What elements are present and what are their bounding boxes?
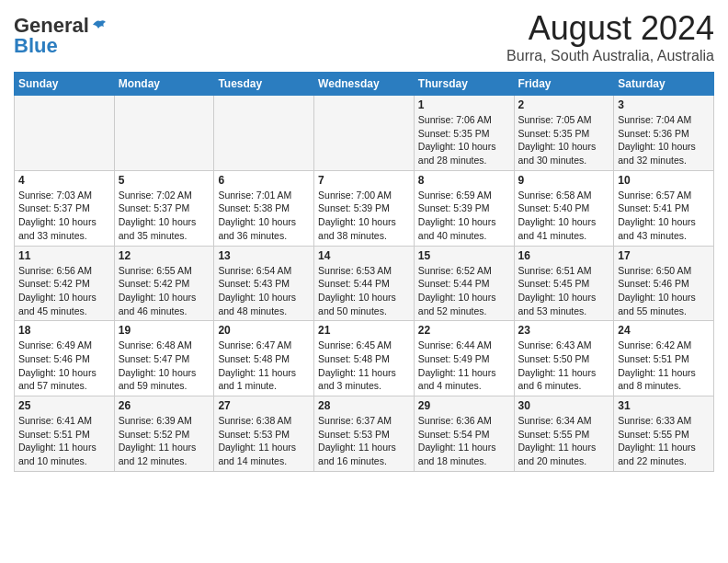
weekday-header: Monday bbox=[114, 73, 214, 96]
day-number: 17 bbox=[618, 249, 710, 262]
calendar-cell: 6Sunrise: 7:01 AMSunset: 5:38 PMDaylight… bbox=[214, 170, 314, 246]
calendar-cell: 7Sunrise: 7:00 AMSunset: 5:39 PMDaylight… bbox=[314, 170, 415, 246]
calendar-week-row: 1Sunrise: 7:06 AMSunset: 5:35 PMDaylight… bbox=[15, 96, 714, 171]
day-info: Sunrise: 6:50 AMSunset: 5:46 PMDaylight:… bbox=[618, 264, 710, 318]
logo: General Blue bbox=[14, 14, 108, 58]
calendar-cell: 22Sunrise: 6:44 AMSunset: 5:49 PMDayligh… bbox=[414, 321, 514, 396]
calendar-cell: 17Sunrise: 6:50 AMSunset: 5:46 PMDayligh… bbox=[614, 246, 714, 321]
day-info: Sunrise: 6:36 AMSunset: 5:54 PMDaylight:… bbox=[418, 414, 510, 468]
day-number: 13 bbox=[218, 249, 310, 262]
title-block: August 2024 Burra, South Australia, Aust… bbox=[506, 9, 714, 64]
day-number: 18 bbox=[18, 324, 110, 337]
day-info: Sunrise: 6:57 AMSunset: 5:41 PMDaylight:… bbox=[618, 189, 710, 243]
day-number: 12 bbox=[119, 249, 210, 262]
calendar-cell bbox=[314, 96, 415, 171]
calendar-cell: 27Sunrise: 6:38 AMSunset: 5:53 PMDayligh… bbox=[214, 396, 314, 472]
calendar-cell: 21Sunrise: 6:45 AMSunset: 5:48 PMDayligh… bbox=[314, 321, 415, 396]
day-info: Sunrise: 7:04 AMSunset: 5:36 PMDaylight:… bbox=[618, 113, 710, 167]
day-number: 10 bbox=[618, 174, 710, 187]
weekday-header: Thursday bbox=[414, 73, 514, 96]
day-info: Sunrise: 7:03 AMSunset: 5:37 PMDaylight:… bbox=[18, 189, 110, 243]
day-info: Sunrise: 6:54 AMSunset: 5:43 PMDaylight:… bbox=[218, 264, 310, 318]
day-info: Sunrise: 6:34 AMSunset: 5:55 PMDaylight:… bbox=[518, 414, 610, 468]
calendar-cell: 3Sunrise: 7:04 AMSunset: 5:36 PMDaylight… bbox=[614, 96, 714, 171]
day-number: 9 bbox=[518, 174, 610, 187]
calendar-cell bbox=[214, 96, 314, 171]
weekday-header: Tuesday bbox=[214, 73, 314, 96]
day-number: 19 bbox=[119, 324, 210, 337]
day-number: 2 bbox=[518, 98, 610, 111]
day-number: 30 bbox=[518, 399, 610, 412]
day-number: 4 bbox=[18, 174, 110, 187]
calendar-cell: 23Sunrise: 6:43 AMSunset: 5:50 PMDayligh… bbox=[514, 321, 614, 396]
calendar-cell: 5Sunrise: 7:02 AMSunset: 5:37 PMDaylight… bbox=[114, 170, 214, 246]
day-info: Sunrise: 7:05 AMSunset: 5:35 PMDaylight:… bbox=[518, 113, 610, 167]
calendar-cell: 31Sunrise: 6:33 AMSunset: 5:55 PMDayligh… bbox=[614, 396, 714, 472]
day-info: Sunrise: 6:59 AMSunset: 5:39 PMDaylight:… bbox=[418, 189, 510, 243]
day-number: 24 bbox=[618, 324, 710, 337]
day-number: 7 bbox=[318, 174, 410, 187]
calendar-week-row: 18Sunrise: 6:49 AMSunset: 5:46 PMDayligh… bbox=[15, 321, 714, 396]
calendar-cell bbox=[114, 96, 214, 171]
calendar-week-row: 11Sunrise: 6:56 AMSunset: 5:42 PMDayligh… bbox=[15, 246, 714, 321]
day-info: Sunrise: 6:51 AMSunset: 5:45 PMDaylight:… bbox=[518, 264, 610, 318]
calendar-title: August 2024 bbox=[506, 9, 714, 48]
weekday-row: SundayMondayTuesdayWednesdayThursdayFrid… bbox=[15, 73, 714, 96]
calendar-cell: 12Sunrise: 6:55 AMSunset: 5:42 PMDayligh… bbox=[114, 246, 214, 321]
day-info: Sunrise: 7:02 AMSunset: 5:37 PMDaylight:… bbox=[119, 189, 210, 243]
calendar-cell: 2Sunrise: 7:05 AMSunset: 5:35 PMDaylight… bbox=[514, 96, 614, 171]
day-info: Sunrise: 6:37 AMSunset: 5:53 PMDaylight:… bbox=[318, 414, 410, 468]
calendar-week-row: 4Sunrise: 7:03 AMSunset: 5:37 PMDaylight… bbox=[15, 170, 714, 246]
day-number: 15 bbox=[418, 249, 510, 262]
calendar-cell: 16Sunrise: 6:51 AMSunset: 5:45 PMDayligh… bbox=[514, 246, 614, 321]
calendar-cell: 4Sunrise: 7:03 AMSunset: 5:37 PMDaylight… bbox=[15, 170, 115, 246]
calendar-cell: 25Sunrise: 6:41 AMSunset: 5:51 PMDayligh… bbox=[15, 396, 115, 472]
calendar-cell: 1Sunrise: 7:06 AMSunset: 5:35 PMDaylight… bbox=[414, 96, 514, 171]
day-number: 11 bbox=[18, 249, 110, 262]
day-info: Sunrise: 6:45 AMSunset: 5:48 PMDaylight:… bbox=[318, 339, 410, 393]
day-number: 25 bbox=[18, 399, 110, 412]
day-number: 21 bbox=[318, 324, 410, 337]
day-info: Sunrise: 6:52 AMSunset: 5:44 PMDaylight:… bbox=[418, 264, 510, 318]
day-info: Sunrise: 6:49 AMSunset: 5:46 PMDaylight:… bbox=[18, 339, 110, 393]
day-info: Sunrise: 6:41 AMSunset: 5:51 PMDaylight:… bbox=[18, 414, 110, 468]
calendar-cell: 11Sunrise: 6:56 AMSunset: 5:42 PMDayligh… bbox=[15, 246, 115, 321]
calendar-body: 1Sunrise: 7:06 AMSunset: 5:35 PMDaylight… bbox=[15, 96, 714, 472]
page-header: General Blue August 2024 Burra, South Au… bbox=[14, 9, 714, 64]
calendar-cell: 20Sunrise: 6:47 AMSunset: 5:48 PMDayligh… bbox=[214, 321, 314, 396]
day-info: Sunrise: 6:33 AMSunset: 5:55 PMDaylight:… bbox=[618, 414, 710, 468]
day-info: Sunrise: 6:39 AMSunset: 5:52 PMDaylight:… bbox=[119, 414, 210, 468]
day-number: 27 bbox=[218, 399, 310, 412]
weekday-header: Wednesday bbox=[314, 73, 415, 96]
day-info: Sunrise: 6:42 AMSunset: 5:51 PMDaylight:… bbox=[618, 339, 710, 393]
calendar-cell: 9Sunrise: 6:58 AMSunset: 5:40 PMDaylight… bbox=[514, 170, 614, 246]
day-number: 3 bbox=[618, 98, 710, 111]
calendar-cell: 18Sunrise: 6:49 AMSunset: 5:46 PMDayligh… bbox=[15, 321, 115, 396]
day-info: Sunrise: 7:06 AMSunset: 5:35 PMDaylight:… bbox=[418, 113, 510, 167]
calendar-cell: 15Sunrise: 6:52 AMSunset: 5:44 PMDayligh… bbox=[414, 246, 514, 321]
calendar-cell bbox=[15, 96, 115, 171]
day-info: Sunrise: 7:00 AMSunset: 5:39 PMDaylight:… bbox=[318, 189, 410, 243]
calendar-cell: 30Sunrise: 6:34 AMSunset: 5:55 PMDayligh… bbox=[514, 396, 614, 472]
day-info: Sunrise: 6:44 AMSunset: 5:49 PMDaylight:… bbox=[418, 339, 510, 393]
calendar-cell: 26Sunrise: 6:39 AMSunset: 5:52 PMDayligh… bbox=[114, 396, 214, 472]
calendar-cell: 24Sunrise: 6:42 AMSunset: 5:51 PMDayligh… bbox=[614, 321, 714, 396]
logo-blue-text: Blue bbox=[14, 34, 58, 58]
calendar-cell: 10Sunrise: 6:57 AMSunset: 5:41 PMDayligh… bbox=[614, 170, 714, 246]
calendar-header: SundayMondayTuesdayWednesdayThursdayFrid… bbox=[15, 73, 714, 96]
calendar-subtitle: Burra, South Australia, Australia bbox=[506, 48, 714, 64]
day-info: Sunrise: 6:56 AMSunset: 5:42 PMDaylight:… bbox=[18, 264, 110, 318]
day-number: 22 bbox=[418, 324, 510, 337]
calendar-week-row: 25Sunrise: 6:41 AMSunset: 5:51 PMDayligh… bbox=[15, 396, 714, 472]
calendar-cell: 29Sunrise: 6:36 AMSunset: 5:54 PMDayligh… bbox=[414, 396, 514, 472]
day-number: 28 bbox=[318, 399, 410, 412]
day-info: Sunrise: 6:38 AMSunset: 5:53 PMDaylight:… bbox=[218, 414, 310, 468]
day-info: Sunrise: 6:47 AMSunset: 5:48 PMDaylight:… bbox=[218, 339, 310, 393]
day-number: 31 bbox=[618, 399, 710, 412]
weekday-header: Sunday bbox=[15, 73, 115, 96]
day-number: 8 bbox=[418, 174, 510, 187]
day-info: Sunrise: 7:01 AMSunset: 5:38 PMDaylight:… bbox=[218, 189, 310, 243]
day-number: 23 bbox=[518, 324, 610, 337]
day-info: Sunrise: 6:55 AMSunset: 5:42 PMDaylight:… bbox=[119, 264, 210, 318]
calendar-cell: 8Sunrise: 6:59 AMSunset: 5:39 PMDaylight… bbox=[414, 170, 514, 246]
